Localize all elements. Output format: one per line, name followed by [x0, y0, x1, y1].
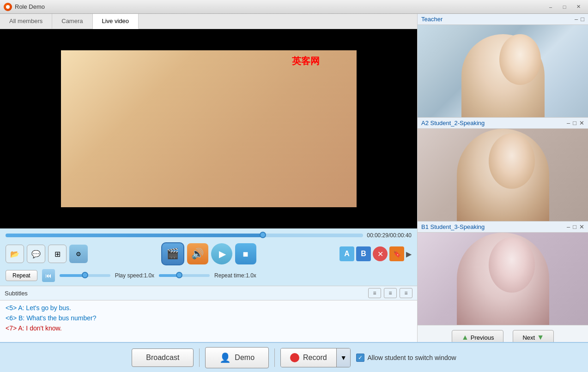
progress-row: 00:00:29/00:00:40 — [6, 232, 412, 239]
subtitles-content: <5> A: Let's go by bus. <6> B: What's th… — [0, 300, 417, 342]
subtitle-line-1: <5> A: Let's go by bus. — [6, 304, 412, 312]
left-panel: All members Camera Live video 英客网 00:00:… — [0, 14, 417, 342]
progress-bar[interactable] — [6, 234, 363, 237]
tab-bar: All members Camera Live video — [0, 14, 417, 29]
subtitle-align-right-button[interactable]: ≡ — [400, 288, 412, 298]
student2-panel-title: A2 Student_2-Speaking — [421, 120, 485, 126]
app-title: Role Demo — [15, 3, 45, 10]
repeat-time-slider[interactable] — [159, 274, 210, 277]
video-black-bar-left — [0, 29, 60, 228]
student3-minimize-button[interactable]: – — [567, 223, 570, 230]
student2-panel-header: A2 Student_2-Speaking – □ ✕ — [418, 118, 588, 129]
next-label: Next — [522, 334, 535, 341]
controls-area: 00:00:29/00:00:40 📂 💬 ⊞ ⚙ 🎬 🔊 ▶ — [0, 228, 417, 286]
tab-all-members[interactable]: All members — [0, 14, 52, 29]
maximize-button[interactable]: □ — [558, 3, 570, 11]
titlebar: Role Demo – □ ✕ — [0, 0, 588, 14]
teacher-minimize-button[interactable]: – — [575, 16, 578, 23]
separator-1 — [199, 348, 200, 367]
subtitle-line-2: <6> B: What's the bus number? — [6, 314, 412, 322]
nav-buttons: ▲ Previous Next ▼ — [418, 325, 588, 342]
next-arrow-icon: ▼ — [537, 333, 544, 342]
teacher-panel: Teacher – □ — [418, 14, 588, 118]
video-black-bar-right — [362, 29, 417, 228]
settings-button[interactable]: ⚙ — [69, 245, 88, 263]
next-button[interactable]: Next ▼ — [513, 330, 554, 342]
record-label: Record — [303, 354, 327, 362]
subtitle-align-left-button[interactable]: ≡ — [368, 288, 381, 298]
bottom-bar: Broadcast 👤 Demo Record ▼ ✓ Allow studen… — [0, 342, 588, 372]
previous-label: Previous — [471, 334, 494, 341]
clear-marker-button[interactable]: ✕ — [373, 246, 388, 261]
play-speed-label: Play speed:1.0x — [115, 272, 154, 279]
b-marker-button[interactable]: B — [356, 246, 371, 261]
bookmark-button[interactable]: 🔖 — [389, 246, 404, 261]
demo-button[interactable]: 👤 Demo — [205, 347, 269, 368]
allow-label: Allow student to switch window — [367, 354, 456, 361]
app-logo-icon — [4, 3, 12, 11]
a-marker-button[interactable]: A — [339, 246, 354, 261]
subtitle-line-3: <7> A: I don't know. — [6, 324, 412, 332]
main-content: All members Camera Live video 英客网 00:00:… — [0, 14, 588, 342]
back-button[interactable]: ⏮ — [42, 269, 55, 282]
student2-panel: A2 Student_2-Speaking – □ ✕ — [418, 118, 588, 222]
student3-panel-header: B1 Student_3-Speaking – □ ✕ — [418, 222, 588, 233]
stop-button[interactable]: ■ — [235, 243, 256, 264]
video-frame: 英客网 — [61, 50, 357, 207]
play-button[interactable]: ▶ — [211, 243, 232, 264]
student3-panel-title: B1 Student_3-Speaking — [421, 223, 485, 230]
record-area: Record ▼ — [280, 348, 351, 367]
student2-close-button[interactable]: ✕ — [579, 120, 584, 126]
tab-camera[interactable]: Camera — [52, 14, 92, 29]
separator-2 — [274, 348, 275, 367]
student2-maximize-button[interactable]: □ — [573, 120, 576, 126]
right-panel: Teacher – □ A2 Student_2-Speaking – — [417, 14, 588, 342]
play-speed-slider[interactable] — [60, 274, 110, 277]
audio-wave-button[interactable]: 🔊 — [187, 243, 208, 264]
control-buttons: 📂 💬 ⊞ ⚙ 🎬 🔊 ▶ ■ A — [6, 242, 412, 265]
ctrl-side-left: 📂 💬 ⊞ ⚙ — [6, 245, 88, 263]
teacher-panel-header: Teacher – □ — [418, 14, 588, 25]
teacher-maximize-button[interactable]: □ — [581, 16, 584, 23]
speed-row: Repeat ⏮ Play speed:1.0x Repeat time:1.0… — [6, 269, 412, 282]
tab-live-video[interactable]: Live video — [93, 14, 139, 29]
progress-handle[interactable] — [260, 232, 266, 238]
repeat-button[interactable]: Repeat — [6, 270, 37, 281]
record-icon — [290, 353, 299, 362]
student2-video — [418, 129, 588, 221]
student3-maximize-button[interactable]: □ — [573, 223, 576, 230]
teacher-panel-title: Teacher — [421, 16, 443, 23]
broadcast-button[interactable]: Broadcast — [132, 348, 194, 367]
teacher-panel-controls: – □ — [575, 16, 584, 23]
folder-button[interactable]: 📂 — [6, 245, 24, 263]
subtitle-toggle-button[interactable]: 💬 — [27, 245, 45, 263]
titlebar-left: Role Demo — [4, 3, 45, 11]
allow-checkbox-area[interactable]: ✓ Allow student to switch window — [356, 354, 456, 362]
demo-icon: 👤 — [219, 352, 231, 363]
previous-button[interactable]: ▲ Previous — [452, 330, 503, 342]
video-person — [61, 50, 357, 207]
progress-fill — [6, 234, 263, 237]
demo-label: Demo — [235, 354, 255, 362]
video-film-button[interactable]: 🎬 — [161, 242, 184, 265]
prev-arrow-icon: ▲ — [461, 333, 469, 342]
student3-panel-controls: – □ ✕ — [567, 223, 584, 230]
record-dropdown-button[interactable]: ▼ — [336, 348, 351, 367]
record-button[interactable]: Record — [281, 348, 336, 367]
ab-button[interactable]: ⊞ — [48, 245, 67, 263]
checkbox-icon: ✓ — [356, 354, 364, 362]
more-button[interactable]: ▶ — [406, 250, 412, 258]
teacher-video — [418, 25, 588, 117]
time-display: 00:00:29/00:00:40 — [367, 232, 412, 239]
minimize-button[interactable]: – — [545, 3, 557, 11]
student2-panel-controls: – □ ✕ — [567, 120, 584, 126]
ctrl-side-right: A B ✕ 🔖 ▶ — [339, 246, 412, 261]
subtitles-title: Subtitles — [5, 290, 28, 297]
subtitles-header: Subtitles ≡ ≡ ≡ — [0, 286, 417, 300]
video-watermark: 英客网 — [292, 55, 320, 67]
student3-close-button[interactable]: ✕ — [579, 223, 584, 230]
titlebar-controls: – □ ✕ — [545, 3, 584, 11]
student2-minimize-button[interactable]: – — [567, 120, 570, 126]
subtitle-align-center-button[interactable]: ≡ — [384, 288, 397, 298]
close-button[interactable]: ✕ — [572, 3, 584, 11]
